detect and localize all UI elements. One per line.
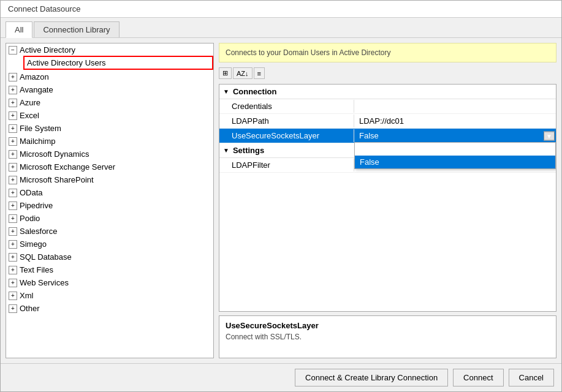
group-label-pipedrive: Pipedrive: [20, 201, 53, 210]
info-text: Connects to your Domain Users in Active …: [226, 48, 390, 57]
footer: Connect & Create Library Connection Conn…: [1, 363, 561, 391]
group-label-active-directory: Active Directory: [20, 45, 75, 55]
expand-icon-simego[interactable]: +: [9, 240, 17, 249]
group-label-salesforce: Salesforce: [20, 227, 57, 236]
tree-group-label-avangate[interactable]: +Avangate: [6, 84, 213, 96]
tree-group-label-pipedrive[interactable]: +Pipedrive: [6, 200, 213, 211]
tree-group-label-active-directory[interactable]: −Active Directory: [6, 44, 213, 56]
prop-value-use-secure-sockets[interactable]: False▼: [354, 129, 556, 142]
tree-group-label-odata[interactable]: +OData: [6, 187, 213, 198]
group-label-excel: Excel: [20, 111, 39, 120]
tree-group-label-podio[interactable]: +Podio: [6, 213, 213, 224]
tree-group-label-text-files[interactable]: +Text Files: [6, 264, 213, 276]
tree-group-label-web-services[interactable]: +Web Services: [6, 277, 213, 288]
tabs-bar: All Connection Library: [1, 18, 561, 38]
properties-panel: ▼ConnectionCredentialsLDAPPathLDAP://dc0…: [219, 84, 556, 312]
expand-icon-excel[interactable]: +: [9, 111, 17, 120]
expand-icon-mailchimp[interactable]: +: [9, 137, 17, 146]
expand-icon-pipedrive[interactable]: +: [9, 202, 17, 210]
group-label-podio: Podio: [20, 214, 40, 223]
dialog: Connect Datasource All Connection Librar…: [0, 0, 562, 392]
connect-button[interactable]: Connect: [453, 369, 503, 386]
tree-group-label-azure[interactable]: +Azure: [6, 97, 213, 108]
prop-value-wrap-credentials: [354, 105, 556, 108]
expand-icon-xml[interactable]: +: [9, 292, 17, 300]
group-label-avangate: Avangate: [20, 85, 53, 94]
tree-group-text-files: +Text Files: [6, 263, 213, 276]
tree-group-xml: +Xml: [6, 289, 213, 302]
tree-group-label-file-system[interactable]: +File System: [6, 123, 213, 134]
cancel-button[interactable]: Cancel: [509, 369, 554, 386]
tree-group-label-excel[interactable]: +Excel: [6, 110, 213, 121]
view-button[interactable]: ≡: [254, 67, 265, 79]
prop-section-toggle-connection[interactable]: ▼: [223, 88, 229, 95]
group-label-mailchimp: Mailchimp: [20, 137, 56, 146]
expand-icon-other[interactable]: +: [9, 304, 17, 313]
info-bar: Connects to your Domain Users in Active …: [219, 43, 556, 62]
tree-item-active-directory-users[interactable]: Active Directory Users: [23, 56, 213, 70]
tree-group-label-simego[interactable]: +Simego: [6, 238, 213, 250]
dialog-title: Connect Datasource: [8, 4, 81, 13]
expand-icon-microsoft-dynamics[interactable]: +: [9, 150, 17, 159]
expand-icon-web-services[interactable]: +: [9, 279, 17, 287]
prop-row-use-secure-sockets[interactable]: UseSecureSocketsLayerFalse▼TrueFalse: [219, 129, 556, 143]
tab-connection-library[interactable]: Connection Library: [34, 21, 119, 37]
connect-create-button[interactable]: Connect & Create Library Connection: [295, 369, 448, 386]
group-label-amazon: Amazon: [20, 72, 49, 81]
dropdown-arrow-use-secure-sockets[interactable]: ▼: [544, 131, 555, 140]
prop-row-ldap-path[interactable]: LDAPPathLDAP://dc01: [219, 114, 556, 129]
prop-name-use-secure-sockets: UseSecureSocketsLayer: [219, 129, 354, 142]
group-label-xml: Xml: [20, 291, 33, 300]
tree-group-file-system: +File System: [6, 122, 213, 135]
prop-section-toggle-settings[interactable]: ▼: [223, 147, 229, 154]
expand-icon-microsoft-exchange-server[interactable]: +: [9, 163, 17, 172]
expand-icon-avangate[interactable]: +: [9, 86, 17, 94]
tree-group-active-directory: −Active DirectoryActive Directory Users: [6, 43, 213, 70]
description-text: Connect with SSL/TLS.: [226, 333, 550, 341]
expand-icon-microsoft-sharepoint[interactable]: +: [9, 176, 17, 184]
expand-icon-odata[interactable]: +: [9, 189, 17, 197]
dropdown-option-false[interactable]: False: [355, 156, 555, 168]
tree-group-microsoft-dynamics: +Microsoft Dynamics: [6, 148, 213, 160]
group-label-microsoft-exchange-server: Microsoft Exchange Server: [20, 162, 115, 172]
tree-group-label-salesforce[interactable]: +Salesforce: [6, 225, 213, 237]
tree-group-label-microsoft-sharepoint[interactable]: +Microsoft SharePoint: [6, 174, 213, 186]
tree-group-label-microsoft-exchange-server[interactable]: +Microsoft Exchange Server: [6, 161, 213, 173]
tab-all[interactable]: All: [6, 21, 32, 38]
tree-group-label-sql-database[interactable]: +SQL Database: [6, 251, 213, 263]
sort-button[interactable]: ⊞: [219, 67, 232, 79]
tree-group-label-amazon[interactable]: +Amazon: [6, 71, 213, 83]
dropdown-option-true[interactable]: True: [355, 143, 555, 156]
expand-icon-file-system[interactable]: +: [9, 124, 17, 133]
tree-group-salesforce: +Salesforce: [6, 225, 213, 238]
tree-group-label-microsoft-dynamics[interactable]: +Microsoft Dynamics: [6, 148, 213, 160]
title-bar: Connect Datasource: [1, 1, 561, 18]
tree-group-label-xml[interactable]: +Xml: [6, 290, 213, 301]
expand-icon-podio[interactable]: +: [9, 214, 17, 223]
group-label-odata: OData: [20, 188, 43, 197]
tree-group-simego: +Simego: [6, 238, 213, 251]
expand-icon-salesforce[interactable]: +: [9, 227, 17, 236]
tree-group-podio: +Podio: [6, 212, 213, 225]
alpha-sort-button[interactable]: AZ↓: [233, 67, 253, 79]
expand-icon-active-directory[interactable]: −: [9, 46, 17, 55]
prop-section-connection[interactable]: ▼Connection: [219, 85, 556, 99]
tree-group-microsoft-sharepoint: +Microsoft SharePoint: [6, 173, 213, 186]
tree-group-label-mailchimp[interactable]: +Mailchimp: [6, 135, 213, 147]
group-label-simego: Simego: [20, 239, 47, 249]
group-label-azure: Azure: [20, 98, 40, 107]
prop-value-ldap-path: LDAP://dc01: [354, 115, 556, 127]
prop-row-credentials[interactable]: Credentials: [219, 99, 556, 114]
expand-icon-amazon[interactable]: +: [9, 73, 17, 81]
expand-icon-text-files[interactable]: +: [9, 266, 17, 274]
prop-value-wrap-use-secure-sockets: False▼TrueFalse: [354, 129, 556, 142]
expand-icon-sql-database[interactable]: +: [9, 253, 17, 262]
tree-group-pipedrive: +Pipedrive: [6, 199, 213, 212]
prop-value-credentials: [354, 105, 556, 108]
expand-icon-azure[interactable]: +: [9, 99, 17, 107]
tree-group-label-other[interactable]: +Other: [6, 303, 213, 314]
group-label-text-files: Text Files: [20, 265, 53, 274]
prop-name-ldap-filter: LDAPFilter: [219, 159, 354, 172]
description-panel: UseSecureSocketsLayer Connect with SSL/T…: [219, 315, 556, 358]
group-label-web-services: Web Services: [20, 278, 69, 287]
